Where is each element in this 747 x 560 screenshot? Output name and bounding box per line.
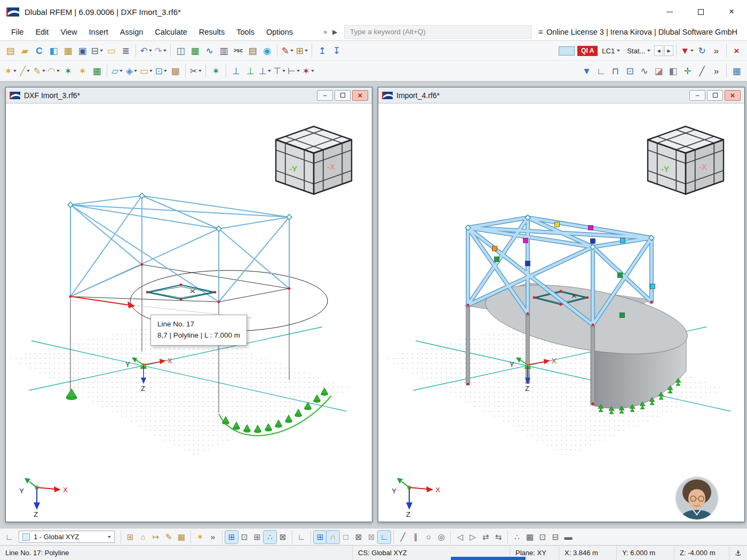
section-box-icon[interactable]: ⊡ xyxy=(623,64,637,78)
new-block-icon[interactable]: ⊡ xyxy=(154,64,168,78)
result-diagrams-icon[interactable]: ∟ xyxy=(594,64,608,78)
plane-grid-icon[interactable]: ▦ xyxy=(175,531,188,543)
snap-tangent-icon[interactable]: ◎ xyxy=(435,531,448,543)
license-list-icon[interactable]: ≡ xyxy=(538,27,543,36)
new-node-icon[interactable]: ✶ xyxy=(3,64,18,78)
navigation-cube[interactable]: -Y -X xyxy=(276,126,352,194)
child-window-import4[interactable]: Import_4.rf6* – × xyxy=(378,87,745,522)
script-console-icon[interactable]: >sc xyxy=(231,44,245,58)
child-maximize-button[interactable] xyxy=(335,90,351,101)
import-model-icon[interactable]: ▤ xyxy=(3,44,18,58)
delete-mode-icon[interactable]: × xyxy=(729,44,744,58)
accompanying-member-icon[interactable]: ✛ xyxy=(680,64,695,78)
snap-intersection-icon[interactable]: ⊠ xyxy=(352,531,365,543)
filter-results-icon[interactable]: ▼ xyxy=(579,64,594,78)
new-polyline-icon[interactable]: ✎ xyxy=(32,64,46,78)
imperfection-icon[interactable]: ⊢ xyxy=(287,64,301,78)
menu-item-view[interactable]: View xyxy=(54,26,83,38)
child-window-dxf-import3[interactable]: DXF Imort_3.rf6* – × xyxy=(5,87,372,522)
navigation-cube[interactable]: -Y -X xyxy=(648,126,724,194)
rendering-mode-icon[interactable]: ◧ xyxy=(666,64,680,78)
model-view-left[interactable]: X Y Z xyxy=(6,103,372,521)
edit-plane-icon[interactable]: ✎ xyxy=(162,531,175,543)
filter-loads-icon[interactable]: ▼ xyxy=(679,44,695,58)
report-icon[interactable]: ▤ xyxy=(245,44,260,58)
new-arc-icon[interactable]: ◠ xyxy=(46,64,61,78)
menu-item-calculate[interactable]: Calculate xyxy=(149,26,193,38)
snap-magnet-icon[interactable]: ∩ xyxy=(327,531,339,543)
snap-endpoint-icon[interactable]: □ xyxy=(339,531,352,543)
dlubal-connect-icon[interactable]: C xyxy=(32,44,46,58)
menu-forward-icon[interactable]: ▶ xyxy=(330,28,340,36)
bg-grid-icon[interactable]: ▦ xyxy=(523,531,536,543)
load-wizard-icon[interactable]: ✶ xyxy=(301,64,315,78)
grid-plane-icon[interactable]: ⊞ xyxy=(124,531,137,543)
selected-opening-rect[interactable] xyxy=(147,285,215,299)
wireframe-structure[interactable] xyxy=(70,196,289,302)
snap-parallel-icon[interactable]: ∥ xyxy=(409,531,422,543)
bg-dots-icon[interactable]: ∴ xyxy=(511,531,523,543)
toolbar-overflow-icon[interactable]: » xyxy=(709,44,724,58)
snap-perpendicular-icon[interactable]: ∟ xyxy=(378,531,391,543)
benchmark-icon[interactable]: ⚓ xyxy=(729,546,747,560)
edit-pen-icon[interactable]: ✎ xyxy=(280,44,295,58)
app-titlebar[interactable]: Dlubal RFEM | 6.09.0006 | DXF Imort_3.rf… xyxy=(0,0,747,23)
child-close-button[interactable]: × xyxy=(725,90,741,101)
menu-item-tools[interactable]: Tools xyxy=(231,26,260,38)
analysis-type-dropdown[interactable]: Stat... xyxy=(624,46,653,56)
menu-item-edit[interactable]: Edit xyxy=(29,26,54,38)
child-minimize-button[interactable]: – xyxy=(317,90,333,101)
snap-cursor-icon[interactable]: ⊠ xyxy=(276,531,289,543)
next-load-case-button[interactable]: ▶ xyxy=(664,45,673,56)
frame-icon[interactable]: ⊡ xyxy=(536,531,549,543)
snap-center-icon[interactable]: ⊠ xyxy=(365,531,378,543)
child-maximize-button[interactable] xyxy=(707,90,723,101)
new-opening-icon[interactable]: ▭ xyxy=(139,64,154,78)
tables-panel-icon[interactable]: ▦ xyxy=(729,64,744,78)
snap-points-icon[interactable]: ⊡ xyxy=(238,531,251,543)
new-note-icon[interactable]: ▭ xyxy=(104,44,118,58)
new-surface-icon[interactable]: ▱ xyxy=(110,64,124,78)
menu-item-insert[interactable]: Insert xyxy=(83,26,114,38)
license-info[interactable]: Online License 3 | Irena Kirova | Dlubal… xyxy=(546,28,737,36)
node-table-icon[interactable]: ▦ xyxy=(90,64,104,78)
child-minimize-button[interactable]: – xyxy=(689,90,705,101)
menu-item-results[interactable]: Results xyxy=(193,26,231,38)
coordinate-system-combo[interactable]: 1 - Global XYZ xyxy=(19,531,115,543)
inclined-view-icon[interactable]: ╱ xyxy=(695,64,709,78)
generate-nodes-icon[interactable]: ✶ xyxy=(75,64,90,78)
save-icon[interactable]: ▣ xyxy=(75,44,90,58)
toolbar2-overflow-icon[interactable]: » xyxy=(709,64,724,78)
model-canvas-left[interactable]: X Y Z xyxy=(6,103,372,522)
undo-icon[interactable]: ↶ xyxy=(139,44,153,58)
child-titlebar[interactable]: DXF Imort_3.rf6* – × xyxy=(6,87,372,103)
geo-location-icon[interactable]: ◉ xyxy=(260,44,274,58)
redo-icon[interactable]: ↷ xyxy=(153,44,168,58)
qia-badge[interactable]: QI A xyxy=(577,46,598,56)
edit-values-icon[interactable]: ⊞ xyxy=(295,44,309,58)
menu-item-file[interactable]: File xyxy=(5,26,29,38)
edit-parameters-icon[interactable]: ▦ xyxy=(61,44,75,58)
printout-report-icon[interactable]: ▥ xyxy=(217,44,231,58)
new-section-icon[interactable]: ✂ xyxy=(188,64,203,78)
orbit-icon[interactable]: ↻ xyxy=(695,44,709,58)
snap-grid-icon[interactable]: ⊞ xyxy=(225,531,238,543)
model-view-right[interactable]: X Y Z xyxy=(378,103,744,521)
raise-level-icon[interactable]: ↥ xyxy=(315,44,329,58)
list-icon[interactable]: ≣ xyxy=(118,44,133,58)
plane-origin-icon[interactable]: ⌂ xyxy=(137,531,149,543)
menu-item-options[interactable]: Options xyxy=(260,26,299,38)
snap-line-ext-icon[interactable]: ╱ xyxy=(396,531,409,543)
surface-load-icon[interactable]: ⊥ xyxy=(258,64,272,78)
layers-icon[interactable]: ⊟ xyxy=(549,531,562,543)
guide-right-icon[interactable]: ▷ xyxy=(466,531,479,543)
render-view-icon[interactable]: ◧ xyxy=(46,44,61,58)
new-nodal-support-icon[interactable]: ✶ xyxy=(209,64,223,78)
guide-left-icon[interactable]: ◁ xyxy=(454,531,466,543)
maximize-button[interactable] xyxy=(685,0,716,23)
smooth-results-icon[interactable]: ∿ xyxy=(637,64,651,78)
keyword-searchbox[interactable] xyxy=(344,25,532,39)
clipping-plane-icon[interactable]: ⊓ xyxy=(608,64,623,78)
snap-lines-icon[interactable]: ⊞ xyxy=(251,531,264,543)
child-titlebar[interactable]: Import_4.rf6* – × xyxy=(378,87,744,103)
